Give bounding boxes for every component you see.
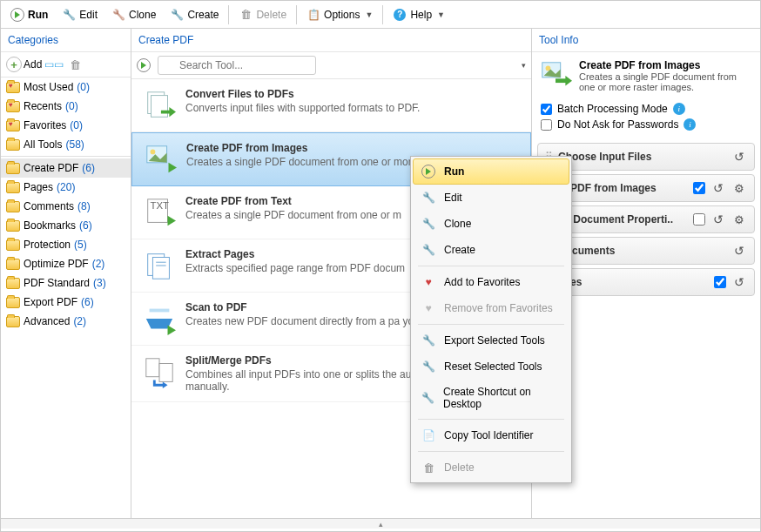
info-icon[interactable]: i xyxy=(673,103,685,115)
categories-toolbar: +Add ▭▭ xyxy=(1,52,131,77)
category-count: (0) xyxy=(77,81,90,93)
batch-mode-option[interactable]: Batch Processing Modei xyxy=(541,101,751,117)
options-button[interactable]: 📋Options▼ xyxy=(300,4,379,25)
chevron-down-icon[interactable]: ▾ xyxy=(522,61,526,70)
tool-item[interactable]: Convert Files to PDFsConverts input file… xyxy=(131,79,531,132)
category-label: All Tools xyxy=(24,138,62,151)
context-menu-item[interactable]: Create xyxy=(413,237,569,263)
category-item[interactable]: Bookmarks (6) xyxy=(1,216,131,235)
category-item[interactable]: Advanced (2) xyxy=(1,312,131,331)
category-item[interactable]: PDF Standard (3) xyxy=(1,273,131,293)
category-tool-icon[interactable]: ▭▭ xyxy=(45,56,63,73)
tool-desc: Creates a single PDF document from one o… xyxy=(185,209,401,221)
category-count: (2) xyxy=(92,258,105,270)
batch-checkbox[interactable] xyxy=(541,104,552,115)
clone-button[interactable]: Clone xyxy=(105,4,162,25)
category-item[interactable]: Most Used (0) xyxy=(1,77,131,97)
category-label: PDF Standard xyxy=(24,277,90,289)
context-menu-item[interactable]: ♥Add to Favorites xyxy=(413,269,569,295)
folder-icon xyxy=(6,278,20,289)
run-icon[interactable] xyxy=(137,58,151,72)
undo-icon[interactable] xyxy=(731,149,747,165)
context-menu-item[interactable]: Run xyxy=(413,158,569,185)
info-icon[interactable]: i xyxy=(684,118,696,131)
svg-marker-17 xyxy=(163,381,168,388)
step-checkbox[interactable] xyxy=(693,182,705,194)
step-label: Choose Input Files xyxy=(558,151,726,163)
category-item[interactable]: Comments (8) xyxy=(1,197,131,216)
delete-category-icon[interactable] xyxy=(66,56,84,73)
trash-icon xyxy=(239,8,253,22)
tool-icon xyxy=(142,88,177,123)
svg-marker-8 xyxy=(168,216,177,226)
run-button[interactable]: Run xyxy=(4,4,54,25)
category-count: (2) xyxy=(73,315,86,327)
copy-icon: 📄 xyxy=(422,429,435,441)
context-menu-label: Edit xyxy=(444,192,462,204)
category-item[interactable]: Protection (5) xyxy=(1,235,131,254)
gear-icon[interactable] xyxy=(731,180,747,196)
tool-icon xyxy=(142,354,177,389)
help-button[interactable]: Help▼ xyxy=(387,4,451,25)
undo-icon[interactable] xyxy=(731,243,747,259)
category-label: Export PDF xyxy=(24,296,77,308)
category-item[interactable]: Create PDF (6) xyxy=(1,158,131,178)
edit-button[interactable]: Edit xyxy=(56,4,104,25)
svg-marker-5 xyxy=(169,163,178,172)
context-menu-label: Delete xyxy=(444,461,475,474)
folder-icon xyxy=(6,120,20,131)
noask-checkbox[interactable] xyxy=(541,119,552,131)
category-count: (3) xyxy=(93,277,106,289)
gear-icon[interactable] xyxy=(731,212,747,227)
category-item[interactable]: Favorites (0) xyxy=(1,116,131,135)
category-item[interactable]: All Tools (58) xyxy=(1,135,131,154)
folder-icon xyxy=(6,139,20,151)
step-checkbox[interactable] xyxy=(693,213,705,226)
category-label: Bookmarks xyxy=(24,219,76,232)
tools-panel-header: Create PDF xyxy=(131,29,531,52)
folder-icon xyxy=(6,101,20,112)
category-count: (0) xyxy=(70,119,83,131)
context-menu-item[interactable]: Export Selected Tools xyxy=(413,327,569,354)
svg-text:TXT: TXT xyxy=(151,200,170,211)
category-count: (20) xyxy=(57,181,75,193)
category-item[interactable]: Pages (20) xyxy=(1,178,131,197)
delete-button[interactable]: Delete xyxy=(232,4,293,25)
add-category-button[interactable]: +Add xyxy=(6,57,42,72)
category-item[interactable]: Optimize PDF (2) xyxy=(1,254,131,273)
context-menu-item[interactable]: 📄Copy Tool Identifier xyxy=(413,422,569,448)
context-menu-item[interactable]: Create Shortcut on Desktop xyxy=(413,380,569,416)
step-label: ge Document Properti.. xyxy=(558,213,688,226)
folder-icon xyxy=(6,163,20,174)
context-menu-label: Create Shortcut on Desktop xyxy=(443,386,561,410)
context-menu-label: Create xyxy=(444,244,475,256)
category-count: (6) xyxy=(81,296,94,308)
category-item[interactable]: Export PDF (6) xyxy=(1,293,131,312)
search-input[interactable] xyxy=(158,56,316,75)
noask-option[interactable]: Do Not Ask for Passwordsi xyxy=(541,117,751,132)
undo-icon[interactable] xyxy=(731,274,747,290)
context-menu-item: Delete xyxy=(413,455,569,481)
plus-icon: + xyxy=(6,57,22,72)
category-label: Most Used xyxy=(24,81,73,93)
svg-rect-13 xyxy=(150,309,170,313)
create-button[interactable]: Create xyxy=(164,4,225,25)
wrench-icon xyxy=(422,192,435,204)
folder-icon xyxy=(6,182,20,193)
categories-header: Categories xyxy=(1,29,131,52)
undo-icon[interactable] xyxy=(710,212,726,227)
category-count: (6) xyxy=(82,162,95,174)
context-menu-item[interactable]: Reset Selected Tools xyxy=(413,354,569,380)
wrench-icon xyxy=(422,244,435,256)
folder-icon xyxy=(6,259,20,270)
context-menu-item[interactable]: Edit xyxy=(413,185,569,211)
category-count: (0) xyxy=(65,100,78,112)
context-menu-item[interactable]: Clone xyxy=(413,211,569,237)
step-checkbox[interactable] xyxy=(714,276,726,288)
svg-rect-16 xyxy=(159,364,172,382)
svg-rect-10 xyxy=(152,258,169,279)
folder-icon xyxy=(6,239,20,251)
tool-desc: Converts input files with supported form… xyxy=(185,102,420,114)
category-item[interactable]: Recents (0) xyxy=(1,97,131,116)
undo-icon[interactable] xyxy=(710,180,726,196)
